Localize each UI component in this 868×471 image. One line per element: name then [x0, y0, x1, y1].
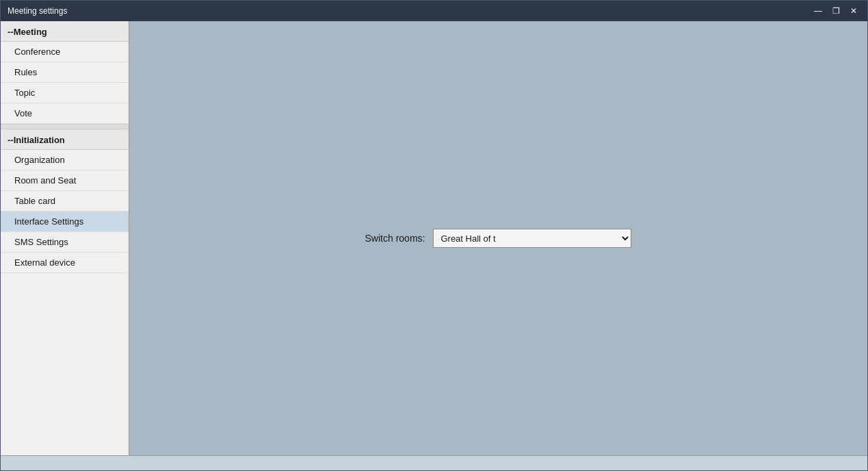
switch-rooms-label: Switch rooms:: [365, 233, 425, 244]
content-area: --Meeting Conference Rules Topic Vote --…: [1, 21, 867, 455]
status-bar: [1, 455, 867, 470]
window-title: Meeting settings: [8, 6, 67, 16]
sidebar-meeting-header: --Meeting: [1, 21, 129, 42]
sidebar-item-vote[interactable]: Vote: [1, 103, 129, 124]
minimize-button[interactable]: —: [810, 4, 826, 18]
sidebar: --Meeting Conference Rules Topic Vote --…: [1, 21, 129, 455]
window-controls: — ❐ ✕: [810, 4, 862, 18]
restore-button[interactable]: ❐: [828, 4, 844, 18]
switch-rooms-select[interactable]: Great Hall of t: [433, 229, 631, 248]
sidebar-divider: [1, 124, 129, 129]
sidebar-item-interface-settings[interactable]: Interface Settings: [1, 212, 129, 232]
sidebar-item-conference[interactable]: Conference: [1, 42, 129, 62]
main-panel: Switch rooms: Great Hall of t: [129, 21, 867, 455]
sidebar-item-sms-settings[interactable]: SMS Settings: [1, 232, 129, 253]
sidebar-item-table-card[interactable]: Table card: [1, 191, 129, 212]
sidebar-initialization-header: --Initialization: [1, 129, 129, 150]
sidebar-item-rules[interactable]: Rules: [1, 62, 129, 83]
close-button[interactable]: ✕: [845, 4, 862, 18]
title-bar: Meeting settings — ❐ ✕: [1, 1, 867, 21]
sidebar-item-external-device[interactable]: External device: [1, 253, 129, 273]
sidebar-item-topic[interactable]: Topic: [1, 83, 129, 103]
main-window: Meeting settings — ❐ ✕ --Meeting Confere…: [0, 0, 868, 471]
sidebar-item-organization[interactable]: Organization: [1, 150, 129, 170]
switch-rooms-container: Switch rooms: Great Hall of t: [365, 229, 632, 248]
sidebar-item-room-and-seat[interactable]: Room and Seat: [1, 170, 129, 191]
